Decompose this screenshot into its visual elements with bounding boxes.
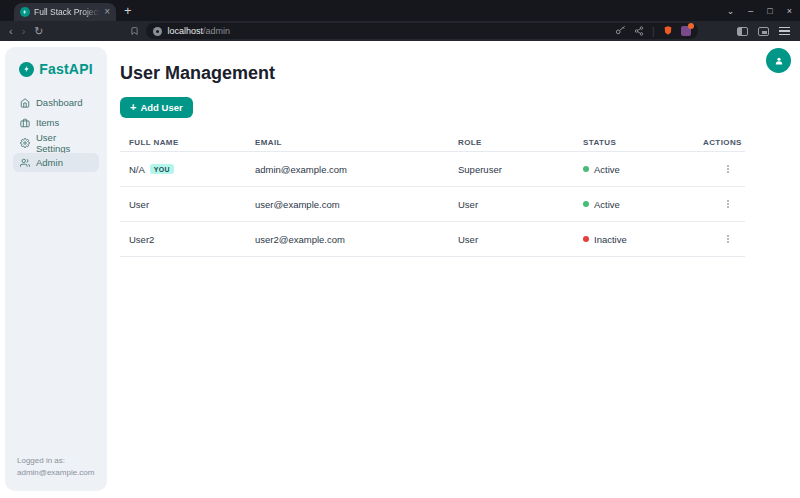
cell-actions (703, 195, 745, 213)
browser-window: Full Stack Project Genera × + ⌄ – □ × ‹ … (0, 0, 800, 498)
cell-full-name: N/A YOU (129, 164, 255, 175)
cell-role: Superuser (458, 164, 583, 175)
sidebar-nav: Dashboard Items User Settings Admin (13, 93, 99, 172)
main-content: User Management + Add User Full Name Ema… (120, 41, 800, 498)
page-title: User Management (120, 63, 275, 84)
gear-icon (20, 138, 30, 148)
user-avatar-icon (773, 55, 785, 67)
brand-name: FastAPI (39, 61, 93, 77)
extension-notification-icon[interactable] (681, 26, 691, 36)
sidebar-item-label: User Settings (36, 132, 92, 154)
cell-role: User (458, 199, 583, 210)
users-icon (20, 158, 30, 168)
maximize-icon[interactable]: □ (767, 6, 772, 16)
password-key-icon[interactable] (615, 22, 626, 40)
address-bar[interactable]: localhost /admin | (146, 23, 698, 39)
forward-icon[interactable]: › (22, 26, 26, 37)
sidebar-toggle-icon[interactable] (737, 27, 748, 36)
col-full-name: Full Name (129, 138, 255, 147)
cell-role: User (458, 234, 583, 245)
brand: FastAPI (13, 61, 99, 77)
cell-status: Inactive (583, 234, 703, 245)
col-actions: Actions (703, 138, 745, 147)
users-table: Full Name Email Role Status Actions N/A … (120, 134, 745, 257)
browser-tab[interactable]: Full Stack Project Genera × (14, 3, 116, 21)
table-header-row: Full Name Email Role Status Actions (120, 134, 745, 152)
toolbar-separator: | (652, 26, 655, 37)
home-icon (20, 98, 30, 108)
add-user-label: Add User (140, 102, 182, 113)
cell-actions (703, 230, 745, 248)
sidebar-item-label: Dashboard (36, 97, 82, 108)
table-row: User2 user2@example.com User Inactive (120, 222, 745, 257)
url-path: /admin (203, 26, 230, 36)
cell-email: user2@example.com (255, 234, 458, 245)
cell-email: admin@example.com (255, 164, 458, 175)
add-user-button[interactable]: + Add User (120, 97, 193, 118)
status-dot (583, 236, 589, 242)
col-status: Status (583, 138, 703, 147)
sidebar-item-label: Admin (36, 157, 63, 168)
sidebar-item-user-settings[interactable]: User Settings (13, 133, 99, 152)
share-icon[interactable] (634, 22, 644, 40)
address-bar-icons: | (615, 22, 691, 40)
cell-status: Active (583, 199, 703, 210)
browser-menu-chevron-icon[interactable]: ⌄ (727, 6, 735, 16)
reload-icon[interactable]: ↻ (34, 26, 43, 37)
plus-icon: + (130, 102, 136, 113)
fastapi-logo-icon (19, 62, 34, 77)
browser-toolbar: ‹ › ↻ localhost /admin | (0, 21, 800, 41)
close-icon[interactable]: × (787, 6, 792, 16)
toolbar-right-icons (737, 27, 790, 36)
col-role: Role (458, 138, 583, 147)
row-actions-menu-icon[interactable] (719, 230, 737, 248)
you-badge: YOU (150, 164, 174, 174)
sidebar-item-label: Items (36, 117, 59, 128)
fastapi-favicon-icon (20, 7, 30, 17)
tab-close-icon[interactable]: × (104, 7, 110, 17)
sidebar-item-dashboard[interactable]: Dashboard (13, 93, 99, 112)
cell-full-name: User (129, 199, 255, 210)
sidebar-item-items[interactable]: Items (13, 113, 99, 132)
back-icon[interactable]: ‹ (9, 26, 13, 37)
url-host: localhost (168, 26, 204, 36)
app-sidebar: FastAPI Dashboard Items User Settings A (5, 47, 107, 491)
minimize-icon[interactable]: – (748, 6, 753, 16)
status-dot (583, 166, 589, 172)
col-email: Email (255, 138, 458, 147)
logged-in-email: admin@example.com (17, 467, 99, 479)
logged-in-label: Logged in as: (17, 455, 99, 467)
window-controls: ⌄ – □ × (727, 0, 792, 21)
row-actions-menu-icon[interactable] (719, 195, 737, 213)
briefcase-icon (20, 118, 30, 128)
cell-full-name: User2 (129, 234, 255, 245)
bookmark-icon[interactable] (130, 26, 139, 36)
cell-email: user@example.com (255, 199, 458, 210)
tab-title: Full Stack Project Genera (34, 7, 100, 17)
table-row: N/A YOU admin@example.com Superuser Acti… (120, 152, 745, 187)
reading-panel-icon[interactable] (758, 27, 769, 36)
cell-actions (703, 160, 745, 178)
tab-strip: Full Stack Project Genera × + ⌄ – □ × (0, 0, 800, 21)
user-menu-button[interactable] (766, 48, 791, 73)
sidebar-footer: Logged in as: admin@example.com (13, 455, 99, 479)
brave-shield-icon[interactable] (663, 22, 673, 40)
browser-menu-icon[interactable] (779, 27, 790, 36)
status-dot (583, 201, 589, 207)
site-info-icon[interactable] (153, 27, 162, 36)
new-tab-button[interactable]: + (124, 3, 132, 19)
sidebar-item-admin[interactable]: Admin (13, 153, 99, 172)
row-actions-menu-icon[interactable] (719, 160, 737, 178)
cell-status: Active (583, 164, 703, 175)
page-body: FastAPI Dashboard Items User Settings A (0, 41, 800, 498)
table-row: User user@example.com User Active (120, 187, 745, 222)
